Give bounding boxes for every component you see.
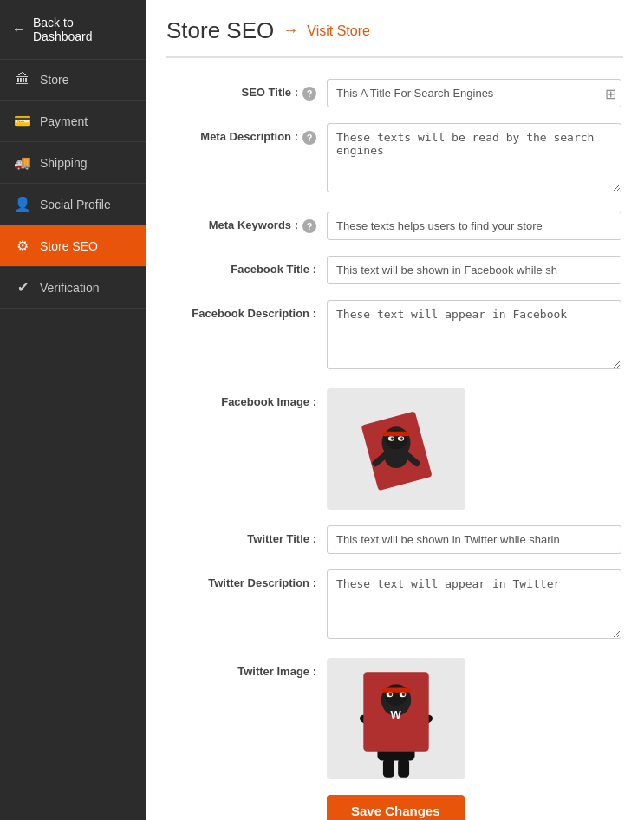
shipping-icon: 🚚 <box>14 154 31 171</box>
twitter-title-control <box>327 525 621 554</box>
sidebar-item-payment[interactable]: 💳 Payment <box>0 101 146 142</box>
fb-image-label: Facebook Image : <box>166 388 327 408</box>
svg-rect-24 <box>398 758 409 778</box>
twitter-desc-row: Twitter Description : These text will ap… <box>166 569 623 642</box>
fb-title-control <box>327 256 621 284</box>
fb-desc-label: Facebook Description : <box>166 300 327 320</box>
sidebar-item-payment-label: Payment <box>40 114 88 128</box>
meta-desc-textarea[interactable]: These texts will be read by the search e… <box>327 123 621 192</box>
fb-image-row: Facebook Image : <box>166 388 623 510</box>
seo-title-control: ⊞ <box>327 79 621 107</box>
sidebar: ← Back to Dashboard 🏛 Store 💳 Payment 🚚 … <box>0 0 146 820</box>
store-icon: 🏛 <box>14 72 31 88</box>
expand-icon: ⊞ <box>605 85 616 101</box>
fb-image-upload[interactable] <box>327 388 465 510</box>
header-arrow-icon: → <box>283 22 298 40</box>
sidebar-item-social-profile[interactable]: 👤 Social Profile <box>0 184 146 225</box>
meta-kw-label: Meta Keywords : ? <box>166 212 327 233</box>
meta-desc-help-icon[interactable]: ? <box>302 131 316 145</box>
active-arrow-icon: ▶ <box>122 239 132 253</box>
svg-rect-23 <box>383 758 394 778</box>
seo-title-help-icon[interactable]: ? <box>302 87 316 101</box>
sidebar-item-shipping[interactable]: 🚚 Shipping <box>0 142 146 184</box>
main-content: Store SEO → Visit Store SEO Title : ? ⊞ … <box>146 0 644 820</box>
seo-title-label: SEO Title : ? <box>166 79 327 101</box>
sidebar-item-verification-label: Verification <box>40 281 99 295</box>
fb-title-input[interactable] <box>327 256 621 284</box>
svg-text:W: W <box>391 708 402 721</box>
save-row: Save Changes <box>166 795 623 820</box>
sidebar-item-seo-label: Store SEO <box>40 239 98 253</box>
twitter-title-label: Twitter Title : <box>166 525 327 545</box>
seo-icon: ⚙ <box>14 238 31 254</box>
meta-desc-label: Meta Description : ? <box>166 123 327 145</box>
back-to-dashboard[interactable]: ← Back to Dashboard <box>0 0 146 60</box>
social-icon: 👤 <box>14 196 31 212</box>
sidebar-item-shipping-label: Shipping <box>40 156 88 170</box>
meta-kw-input[interactable] <box>327 212 621 240</box>
svg-point-8 <box>385 449 407 468</box>
twitter-desc-control: These text will appear in Twitter <box>327 569 621 642</box>
meta-desc-control: These texts will be read by the search e… <box>327 123 621 196</box>
meta-kw-row: Meta Keywords : ? <box>166 212 623 240</box>
seo-form: SEO Title : ? ⊞ Meta Description : ? The… <box>166 79 623 820</box>
fb-desc-textarea[interactable]: These text will appear in Facebook <box>327 300 621 369</box>
page-header: Store SEO → Visit Store <box>166 17 623 58</box>
fb-title-label: Facebook Title : <box>166 256 327 276</box>
fb-title-row: Facebook Title : <box>166 256 623 284</box>
svg-point-6 <box>400 437 404 440</box>
sidebar-item-store[interactable]: 🏛 Store <box>0 60 146 101</box>
svg-point-19 <box>389 693 393 696</box>
fb-desc-row: Facebook Description : These text will a… <box>166 300 623 373</box>
seo-title-row: SEO Title : ? ⊞ <box>166 79 623 107</box>
twitter-image-label: Twitter Image : <box>166 658 327 678</box>
twitter-image-upload[interactable]: W <box>327 658 465 779</box>
back-label: Back to Dashboard <box>33 16 133 43</box>
seo-title-input-wrapper: ⊞ <box>327 79 621 107</box>
meta-desc-row: Meta Description : ? These texts will be… <box>166 123 623 196</box>
seo-title-input[interactable] <box>327 79 621 107</box>
fb-ninja-image <box>353 401 439 497</box>
twitter-ninja-image: W <box>340 658 452 779</box>
svg-point-20 <box>402 693 406 696</box>
fb-desc-control: These text will appear in Facebook <box>327 300 621 373</box>
twitter-image-row: Twitter Image : <box>166 658 623 779</box>
sidebar-item-social-label: Social Profile <box>40 198 111 212</box>
sidebar-item-verification[interactable]: ✔ Verification <box>0 267 146 309</box>
twitter-title-row: Twitter Title : <box>166 525 623 554</box>
page-title: Store SEO <box>166 17 274 44</box>
meta-kw-help-icon[interactable]: ? <box>302 219 316 233</box>
twitter-desc-textarea[interactable]: These text will appear in Twitter <box>327 569 621 639</box>
svg-point-5 <box>391 437 394 440</box>
back-arrow-icon: ← <box>12 22 26 37</box>
sidebar-item-store-seo[interactable]: ⚙ Store SEO ▶ <box>0 225 146 267</box>
save-button[interactable]: Save Changes <box>327 795 465 820</box>
svg-rect-7 <box>382 432 409 437</box>
svg-rect-21 <box>382 687 410 692</box>
meta-kw-control <box>327 212 621 240</box>
payment-icon: 💳 <box>14 113 31 129</box>
visit-store-link[interactable]: Visit Store <box>307 23 370 39</box>
verification-icon: ✔ <box>14 279 31 296</box>
twitter-desc-label: Twitter Description : <box>166 569 327 589</box>
twitter-title-input[interactable] <box>327 525 621 554</box>
sidebar-item-store-label: Store <box>40 73 68 87</box>
